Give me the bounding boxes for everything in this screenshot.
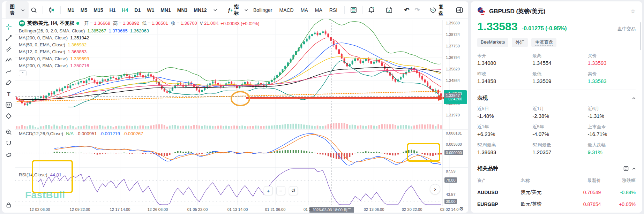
timeframe-W1[interactable]: W1: [144, 7, 157, 13]
undo-icon[interactable]: ↶: [402, 5, 412, 15]
last-price: 1.33583: [477, 20, 518, 33]
stat-近6月: 近6月-1.31%: [587, 106, 636, 119]
scrollbar-thumb[interactable]: [640, 22, 641, 50]
lock-drawings-icon[interactable]: [3, 200, 14, 210]
annotation-yellow-box-rsi[interactable]: [32, 160, 73, 193]
favorite-star-icon[interactable]: ☆: [630, 8, 636, 15]
related-row-EURUSD[interactable]: EURUSD欧元/美元1.17091-0.90%: [477, 210, 636, 213]
magnet-tool-icon[interactable]: [3, 138, 14, 148]
collapse-chevron-icon[interactable]: [632, 97, 636, 99]
chart-plot-area[interactable]: FB 英镑/美元, H4, 不复权 开 = 1.36668高 = 1.36892…: [15, 19, 468, 212]
alert-bell-icon[interactable]: [366, 5, 376, 15]
ohlc-values: 开 = 1.36668高 = 1.36892低 = 1.36501收 = 1.3…: [81, 20, 218, 26]
zoom-in-tool-icon[interactable]: [3, 127, 14, 137]
ohlc-value: 1.36700: [179, 21, 197, 26]
tag-BeeMarkets[interactable]: BeeMarkets: [477, 38, 508, 47]
symbol-tags: BeeMarkets外汇主流直盘: [477, 38, 636, 47]
quick-indicator-rsi-4[interactable]: RSI: [326, 7, 341, 13]
timeframe-M1[interactable]: M1: [64, 7, 77, 13]
ohlc-value: 1.36501: [150, 21, 168, 26]
timeframe-D1[interactable]: D1: [131, 7, 144, 13]
currency-pair-flag-icon: [477, 7, 486, 15]
timeframe-M5[interactable]: M5: [77, 7, 90, 13]
timeframe-MN1[interactable]: MN1: [157, 7, 174, 13]
crosshair-tool-icon[interactable]: [3, 22, 14, 32]
chart-type-menu[interactable]: 图表: [6, 1, 29, 19]
trend-line-tool-icon[interactable]: [3, 33, 14, 43]
collapse-panel-icon[interactable]: [454, 5, 465, 15]
related-row-AUDUSD[interactable]: AUDUSD澳元/美元0.70549-0.84%: [477, 186, 636, 198]
quick-indicator-ma-3[interactable]: MA: [312, 7, 326, 13]
indicator-legend[interactable]: MA(12, 0, EMA, Close)1.368853: [19, 49, 259, 54]
eraser-tool-icon[interactable]: [3, 149, 14, 160]
time-tick: 02-20 22:00: [402, 207, 422, 212]
bar-countdown: 02:42:00: [444, 97, 467, 104]
search-icon[interactable]: [29, 5, 39, 15]
timeframe-expand-chevron[interactable]: [210, 5, 220, 15]
timeframe-MN3[interactable]: MN3: [174, 7, 191, 13]
macd-zero-label: 0.000000: [444, 150, 463, 155]
text-tool-icon[interactable]: T: [3, 89, 14, 99]
drawing-toolbar: T: [2, 19, 15, 212]
crosshair-price-label: 1.33547: [444, 93, 461, 98]
stat-最大跌幅: 最大跌幅9.31%: [587, 142, 636, 155]
curve-tool-icon[interactable]: [3, 66, 14, 77]
divider: [344, 6, 345, 14]
stat-卖价: 卖价1.33583: [587, 71, 636, 84]
indicator-legend[interactable]: MA(200, 0, EMA, Close)1.351942: [19, 35, 259, 40]
timeframe-H1[interactable]: H1: [106, 7, 119, 13]
tag-主流直盘[interactable]: 主流直盘: [531, 38, 556, 47]
divider: [426, 6, 426, 14]
rsi-tick: 43.57: [446, 192, 456, 197]
reset-view-button[interactable]: ↺: [289, 186, 298, 195]
zoom-out-button[interactable]: −: [276, 186, 285, 195]
indicators-button[interactable]: ƒ+ 指标: [228, 4, 248, 16]
related-symbols-section: 相关品种 资产名称最新价涨跌幅 AUDUSD澳元/美元0.70549-0.84%…: [477, 165, 636, 213]
indicator-legend[interactable]: MA(200, 0, SMA, Close)1.350716: [19, 63, 259, 68]
timeframe-M15[interactable]: M15: [90, 7, 106, 13]
emoji-tool-icon[interactable]: [3, 100, 14, 110]
price-tick: 1.31970: [446, 113, 460, 117]
layout-template-icon[interactable]: [348, 5, 359, 15]
stat-52周最高: 52周最高1.38683: [477, 142, 532, 155]
indicator-legend[interactable]: MA(800, 0, EMA, Close)1.339693: [19, 56, 259, 61]
stat-近1年: 近1年+6.23%: [477, 124, 532, 137]
zoom-in-button[interactable]: +: [264, 186, 273, 195]
replay-button[interactable]: 复盘: [430, 4, 448, 16]
related-row-EURGBP[interactable]: EURGBP欧元/英镑0.87654+0.05%: [477, 198, 636, 210]
redo-icon[interactable]: ↷: [412, 5, 422, 15]
divider: [224, 6, 224, 14]
quick-indicator-bollinger-0[interactable]: Bollinger: [250, 7, 276, 13]
rsi-level-label: 70.00: [444, 177, 457, 183]
indicator-legend[interactable]: Bollinger(26, 0, 2.0, SMA, Close)1.38526…: [19, 28, 259, 33]
stat-今开: 今开1.34080: [477, 53, 532, 66]
chart-nav-controls: + − ↺: [264, 186, 298, 195]
list-view-icon[interactable]: [623, 166, 629, 171]
fx-icon: ƒ+: [228, 7, 233, 13]
collapse-chevron-icon[interactable]: [632, 168, 636, 170]
replay-label: 复盘: [439, 4, 448, 16]
parallel-channel-tool-icon[interactable]: [3, 44, 14, 54]
timeframe-H4[interactable]: H4: [119, 7, 131, 13]
brush-tool-icon[interactable]: [3, 77, 14, 88]
chart-card: 图表 M1M5M15H1H4D1W1MN1MN3MN12 ƒ+ 指标 Bolli…: [2, 1, 468, 213]
indicator-legend[interactable]: MA(50, 0, EMA, Close)1.366982: [19, 42, 259, 47]
indicators-label: 指标: [234, 4, 243, 16]
quick-indicator-ma-2[interactable]: MA: [297, 7, 312, 13]
stat-最高: 最高1.34554: [532, 53, 587, 66]
macd-tick: 0.008181: [446, 131, 462, 135]
symbol-legend-row[interactable]: FB 英镑/美元, H4, 不复权 开 = 1.36668高 = 1.36892…: [19, 20, 259, 26]
related-title: 相关品种: [477, 165, 623, 172]
scroll-to-latest-button[interactable]: ›: [430, 184, 440, 194]
macd-legend[interactable]: MACD(12,26,9,Close)N/A-0.000951-0.001219…: [19, 131, 143, 136]
tag-外汇[interactable]: 外汇: [512, 38, 528, 47]
quick-indicator-macd-1[interactable]: MACD: [276, 7, 297, 13]
economic-calendar-icon[interactable]: [384, 5, 394, 15]
wave-pattern-tool-icon[interactable]: [3, 55, 14, 66]
annotation-yellow-box-macd[interactable]: [407, 143, 440, 162]
chart-settings-gear-icon[interactable]: ⚙: [459, 206, 464, 212]
legend-collapse-button[interactable]: ⌃: [19, 70, 27, 76]
shapes-tool-icon[interactable]: [3, 111, 14, 121]
timeframe-MN12[interactable]: MN12: [190, 7, 210, 13]
candlestick-style-icon[interactable]: [46, 5, 57, 15]
